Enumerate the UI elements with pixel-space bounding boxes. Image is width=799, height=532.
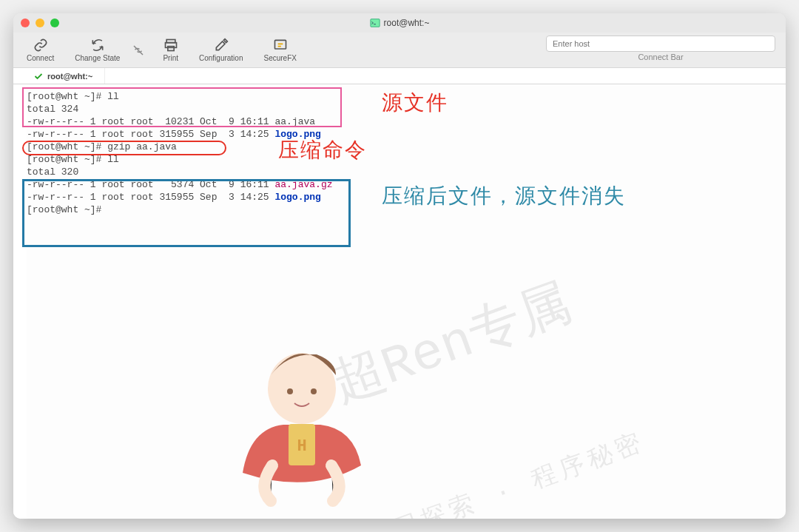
titlebar: root@wht:~: [13, 13, 786, 33]
tools-icon: [214, 38, 229, 53]
toolbar-label: Configuration: [199, 54, 243, 62]
toolbar-label: Connect: [27, 54, 54, 62]
tab-label: root@wht:~: [47, 72, 92, 81]
change-state-button[interactable]: Change State: [72, 36, 123, 64]
window-title-text: root@wht:~: [384, 18, 430, 28]
minimize-button[interactable]: [36, 18, 44, 27]
unlink-icon[interactable]: [132, 44, 145, 57]
terminal-line: -rw-r--r-- 1 root root 315955 Sep 3 14:2…: [27, 191, 786, 203]
securefx-icon: [273, 38, 288, 53]
terminal-line: -rw-r--r-- 1 root root 10231 Oct 9 16:11…: [27, 115, 786, 128]
terminal-area[interactable]: [root@wht ~]# lltotal 324-rw-r--r-- 1 ro…: [13, 84, 786, 519]
terminal-line: [root@wht ~]#: [27, 203, 786, 216]
cartoon-illustration: H: [160, 305, 352, 519]
window-controls: [21, 18, 59, 27]
terminal-line: total 320: [27, 166, 786, 178]
terminal-line: total 324: [27, 103, 786, 115]
configuration-button[interactable]: Configuration: [196, 36, 246, 64]
svg-rect-0: [370, 19, 379, 27]
tab-strip: root@wht:~: [13, 68, 786, 84]
maximize-button[interactable]: [50, 18, 59, 27]
toolbar-label: Change State: [75, 54, 120, 62]
tab-session[interactable]: root@wht:~: [27, 68, 105, 84]
svg-point-7: [311, 388, 317, 394]
refresh-icon: [90, 38, 105, 53]
terminal-line: -rw-r--r-- 1 root root 5374 Oct 9 16:11 …: [27, 178, 786, 191]
checkmark-icon: [34, 72, 43, 81]
terminal-line: [root@wht ~]# ll: [27, 153, 786, 166]
terminal-content[interactable]: [root@wht ~]# lltotal 324-rw-r--r-- 1 ro…: [27, 84, 786, 519]
link-icon: [33, 38, 48, 53]
connect-bar-label: Connect Bar: [638, 52, 683, 64]
toolbar-label: SecureFX: [263, 54, 296, 62]
terminal-line: [root@wht ~]# gzip aa.java: [27, 141, 786, 153]
printer-icon: [163, 38, 178, 53]
host-input[interactable]: [546, 36, 775, 52]
svg-text:H: H: [297, 437, 307, 456]
terminal-line: [root@wht ~]# ll: [27, 90, 786, 103]
connect-button[interactable]: Connect: [24, 36, 57, 64]
print-button[interactable]: Print: [160, 36, 181, 64]
close-button[interactable]: [21, 18, 30, 27]
toolbar-label: Print: [163, 54, 178, 62]
terminal-icon: [370, 18, 380, 28]
toolbar: Connect Change State Print Configuration…: [13, 33, 786, 68]
application-window: root@wht:~ Connect Change State Print Co…: [13, 13, 786, 519]
securefx-button[interactable]: SecureFX: [260, 36, 299, 64]
svg-point-6: [287, 388, 293, 394]
terminal-line: -rw-r--r-- 1 root root 315955 Sep 3 14:2…: [27, 128, 786, 141]
window-title: root@wht:~: [13, 18, 786, 28]
